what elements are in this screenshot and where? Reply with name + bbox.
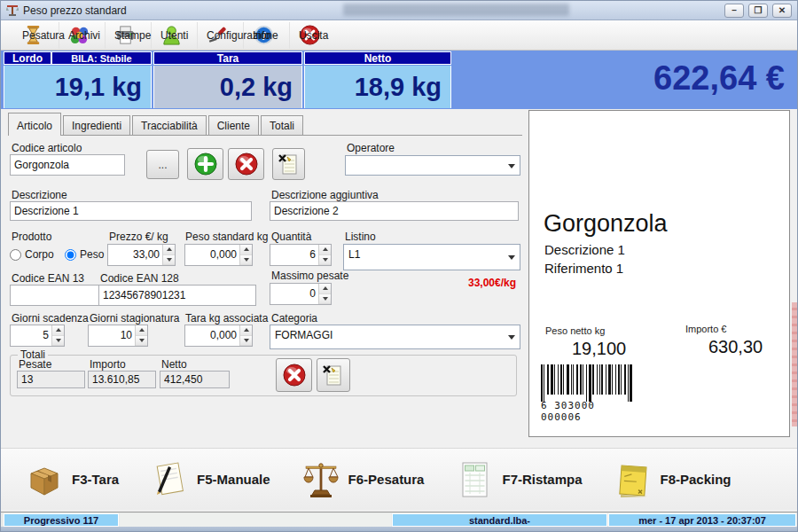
tab-tracciabilita[interactable]: Tracciabilità bbox=[132, 115, 207, 135]
app-window: Peso prezzo standard – ❐ ✕ Pesatura Arch… bbox=[0, 0, 798, 532]
maximize-button[interactable]: ❐ bbox=[748, 4, 768, 18]
f8-packing-button[interactable]: F8-Packing bbox=[613, 459, 732, 500]
function-key-label: F5-Manuale bbox=[197, 472, 270, 487]
app-icon bbox=[6, 4, 19, 17]
spinner-arrows[interactable] bbox=[318, 284, 331, 304]
toolbar-label: Info bbox=[253, 29, 270, 42]
codice-articolo-input[interactable] bbox=[10, 154, 125, 176]
spinner-arrows[interactable] bbox=[239, 325, 252, 346]
toolbar-item-stampe[interactable]: Stampe bbox=[106, 22, 152, 49]
tab-totali[interactable]: Totali bbox=[261, 115, 303, 135]
radio-corpo[interactable]: Corpo bbox=[10, 248, 54, 261]
label-sheet-icon bbox=[454, 459, 495, 500]
spinner-arrows[interactable] bbox=[135, 325, 147, 346]
spinner-arrows[interactable] bbox=[318, 245, 331, 265]
background-window-text bbox=[343, 4, 569, 16]
operatore-select[interactable] bbox=[345, 155, 520, 176]
operatore-label: Operatore bbox=[347, 142, 395, 154]
tab-ingredienti[interactable]: Ingredienti bbox=[63, 115, 130, 135]
f5-manuale-button[interactable]: F5-Manuale bbox=[149, 459, 270, 500]
print-totals-label-button[interactable] bbox=[317, 358, 350, 392]
toolbar-item-configurazione[interactable]: Configurazione bbox=[198, 22, 244, 49]
delete-article-button[interactable] bbox=[228, 148, 264, 180]
add-icon bbox=[193, 152, 218, 176]
giorni-stagionatura-value: 10 bbox=[89, 325, 135, 346]
f3-tara-button[interactable]: F3-Tara bbox=[24, 459, 119, 500]
reset-totals-button[interactable] bbox=[276, 358, 312, 392]
spinner-arrows[interactable] bbox=[51, 325, 64, 346]
peso-radio-input[interactable] bbox=[65, 249, 76, 261]
chevron-down-icon bbox=[508, 164, 515, 168]
toolbar-item-utenti[interactable]: Utenti bbox=[152, 22, 198, 49]
spinner-arrows[interactable] bbox=[162, 245, 175, 265]
listino-value: L1 bbox=[348, 248, 360, 261]
descrizione-aggiuntiva-label: Descrizione aggiuntiva bbox=[271, 189, 379, 201]
tab-strip: Articolo Ingredienti Tracciabilità Clien… bbox=[8, 113, 522, 136]
giorni-stagionatura-label: Giorni stagionatura bbox=[90, 312, 179, 325]
box-icon bbox=[24, 459, 65, 500]
massimo-pesate-label: Massimo pesate bbox=[271, 270, 348, 282]
barcode-bars bbox=[541, 364, 638, 398]
title-bar[interactable]: Peso prezzo standard – ❐ ✕ bbox=[1, 1, 798, 20]
toolbar-item-uscita[interactable]: Uscita bbox=[290, 22, 335, 49]
packing-pad-icon bbox=[613, 459, 653, 500]
netto-value: 18,9 kg bbox=[304, 66, 451, 108]
codice-articolo-label: Codice articolo bbox=[12, 142, 82, 154]
label-note-icon bbox=[321, 363, 346, 387]
descrizione-input[interactable] bbox=[10, 201, 252, 221]
tab-cliente[interactable]: Cliente bbox=[208, 115, 259, 135]
function-key-label: F3-Tara bbox=[72, 472, 119, 487]
tara-associata-spinner[interactable]: 0,000 bbox=[184, 325, 253, 347]
minimize-button[interactable]: – bbox=[724, 4, 744, 18]
label-peso-value: 19,100 bbox=[572, 339, 626, 359]
barcode-digits: 6 303000 000006 bbox=[541, 400, 638, 423]
tara-header: Tara bbox=[153, 51, 302, 65]
netto-header: Netto bbox=[304, 51, 451, 65]
peso-standard-spinner[interactable]: 0,000 bbox=[184, 244, 253, 266]
toolbar-item-pesatura[interactable]: Pesatura bbox=[13, 22, 59, 49]
scale-status: BILA: Stabile bbox=[51, 51, 152, 65]
add-article-button[interactable] bbox=[187, 148, 223, 180]
categoria-label: Categoria bbox=[271, 312, 317, 325]
radio-peso[interactable]: Peso bbox=[65, 248, 104, 261]
chevron-down-icon bbox=[508, 255, 515, 260]
spinner-arrows[interactable] bbox=[239, 245, 252, 265]
toolbar-label: Stampe bbox=[114, 29, 151, 42]
descrizione-label: Descrizione bbox=[12, 189, 67, 201]
progressivo-status: Progressivo 117 bbox=[4, 513, 119, 527]
peso-standard-label: Peso standard kg bbox=[185, 231, 268, 243]
label-peso-caption: Peso netto kg bbox=[545, 325, 605, 336]
importo-label: Importo bbox=[90, 358, 126, 371]
massimo-pesate-spinner[interactable]: 0 bbox=[270, 283, 332, 305]
ean128-input[interactable] bbox=[98, 285, 256, 306]
f7-ristampa-button[interactable]: F7-Ristampa bbox=[454, 459, 582, 500]
categoria-value: FORMAGGI bbox=[275, 329, 332, 341]
edit-label-button[interactable] bbox=[272, 148, 305, 180]
toolbar-item-archivi[interactable]: Archivi bbox=[59, 22, 106, 49]
delete-icon bbox=[234, 152, 259, 176]
giorni-scadenza-label: Giorni scadenza bbox=[12, 312, 89, 325]
categoria-select[interactable]: FORMAGGI bbox=[270, 325, 520, 349]
datetime-status: mer - 17 apr 2013 - 20:37:07 bbox=[608, 513, 796, 527]
descrizione-aggiuntiva-input[interactable] bbox=[270, 201, 519, 221]
ean13-input[interactable] bbox=[10, 285, 99, 306]
label-preview-panel: Gorgonzola Descrizione 1 Riferimento 1 P… bbox=[528, 110, 790, 437]
lordo-value: 19,1 kg bbox=[4, 66, 152, 108]
tab-articolo[interactable]: Articolo bbox=[8, 113, 61, 136]
browse-button[interactable]: ... bbox=[146, 150, 179, 179]
giorni-scadenza-spinner[interactable]: 5 bbox=[10, 325, 65, 347]
quantita-spinner[interactable]: 6 bbox=[270, 244, 332, 266]
f6-pesatura-button[interactable]: F6-Pesatura bbox=[301, 459, 425, 500]
label-importo-value: 630,30 bbox=[708, 337, 763, 357]
label-note-icon bbox=[277, 152, 301, 176]
listino-select[interactable]: L1 bbox=[343, 244, 520, 270]
massimo-pesate-value: 0 bbox=[270, 284, 318, 304]
giorni-stagionatura-spinner[interactable]: 10 bbox=[88, 325, 148, 347]
close-button[interactable]: ✕ bbox=[772, 4, 792, 18]
prezzo-spinner[interactable]: 33,00 bbox=[107, 244, 176, 266]
ean13-label: Codice EAN 13 bbox=[12, 272, 84, 285]
main-toolbar: Pesatura Archivi Stampe Utent bbox=[1, 20, 798, 51]
total-price: 622,64 € bbox=[653, 59, 785, 98]
label-importo-caption: Importo € bbox=[685, 324, 726, 334]
corpo-radio-input[interactable] bbox=[10, 249, 21, 261]
